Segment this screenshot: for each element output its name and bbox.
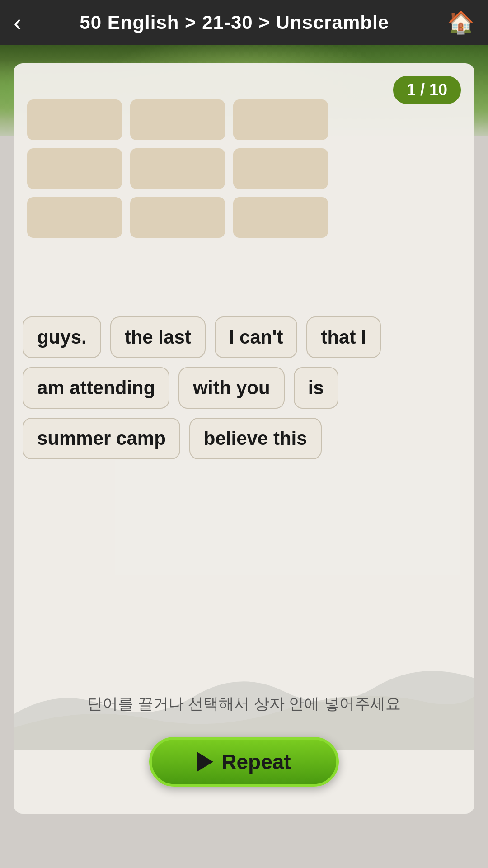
answer-slot-4[interactable] xyxy=(27,148,122,189)
chips-row-1: guys. the last I can't that I xyxy=(23,316,465,358)
chip-i-cant[interactable]: I can't xyxy=(215,316,298,358)
repeat-button[interactable]: Repeat xyxy=(149,737,339,787)
back-button[interactable]: ‹ xyxy=(14,9,21,36)
chip-believe-this[interactable]: believe this xyxy=(189,418,322,459)
answer-slot-7[interactable] xyxy=(27,197,122,238)
word-chips-area: guys. the last I can't that I am attendi… xyxy=(23,316,465,459)
answer-slot-1[interactable] xyxy=(27,99,122,140)
answer-slot-2[interactable] xyxy=(130,99,225,140)
instruction-text: 단어를 끌거나 선택해서 상자 안에 넣어주세요 xyxy=(14,693,474,714)
chip-summer-camp[interactable]: summer camp xyxy=(23,418,180,459)
answer-slot-5[interactable] xyxy=(130,148,225,189)
answer-grid xyxy=(27,99,328,238)
chip-am-attending[interactable]: am attending xyxy=(23,367,169,409)
chip-is[interactable]: is xyxy=(294,367,338,409)
answer-slot-9[interactable] xyxy=(233,197,328,238)
chip-that-i[interactable]: that I xyxy=(306,316,380,358)
repeat-label: Repeat xyxy=(221,750,291,774)
home-button[interactable]: 🏠 xyxy=(447,10,474,35)
answer-slot-6[interactable] xyxy=(233,148,328,189)
answer-slot-3[interactable] xyxy=(233,99,328,140)
chips-row-2: am attending with you is xyxy=(23,367,465,409)
play-icon xyxy=(197,752,213,772)
chips-row-3: summer camp believe this xyxy=(23,418,465,459)
chip-guys[interactable]: guys. xyxy=(23,316,101,358)
chip-the-last[interactable]: the last xyxy=(110,316,206,358)
app-header: ‹ 50 English > 21-30 > Unscramble 🏠 xyxy=(0,0,488,45)
chip-with-you[interactable]: with you xyxy=(178,367,284,409)
progress-badge: 1 / 10 xyxy=(393,76,461,104)
main-card: 1 / 10 guys. the last I can't that I am … xyxy=(14,63,474,814)
answer-slot-8[interactable] xyxy=(130,197,225,238)
page-title: 50 English > 21-30 > Unscramble xyxy=(80,12,389,33)
